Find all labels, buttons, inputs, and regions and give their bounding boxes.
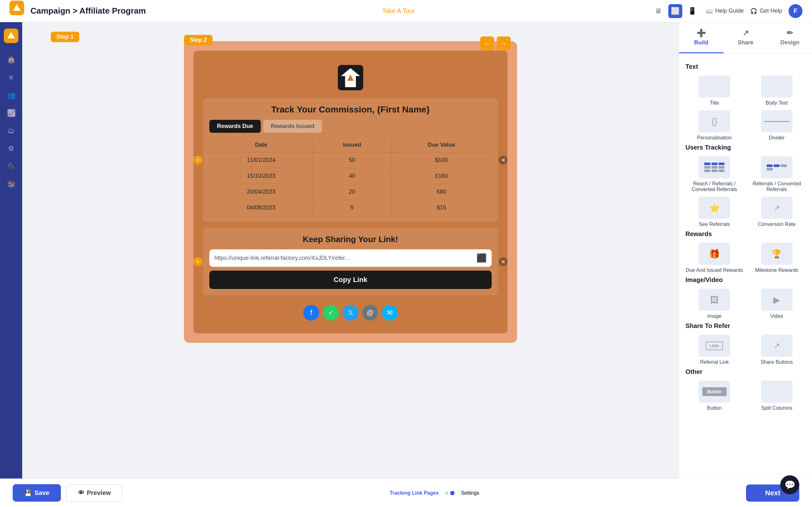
sidebar-item-layers[interactable]: 🗂 <box>4 124 18 138</box>
email-share-button[interactable]: @ <box>362 305 378 321</box>
right-panel: ➕ Build ↗ Share ✏ Design Text <box>679 22 812 478</box>
section-remove-sharing-button[interactable]: ✕ <box>499 257 507 266</box>
divider-icon-preview <box>761 110 793 132</box>
table-row: 04/08/20235$15 <box>209 200 492 216</box>
settings-link[interactable]: Settings <box>461 490 479 496</box>
nav-arrows: ← → <box>480 37 511 50</box>
panel-item-share-buttons[interactable]: ↗ Share Buttons <box>748 335 806 365</box>
panel-item-split-columns[interactable]: Split Columns <box>748 381 806 411</box>
keep-sharing-title: Keep Sharing Your Link! <box>209 234 492 244</box>
chat-bubble-button[interactable]: 💬 <box>780 475 799 494</box>
panel-item-due-issued-rewards[interactable]: 🎁 Due And Issued Rewards <box>686 243 744 273</box>
sidebar-item-chart[interactable]: 📈 <box>4 106 18 120</box>
panel-item-referral-link[interactable]: LINK Referral Link <box>686 335 744 365</box>
tab-build[interactable]: ➕ Build <box>679 22 723 53</box>
tab-share-label: Share <box>738 39 753 46</box>
share-buttons-item-label: Share Buttons <box>761 359 793 365</box>
referrals-converted-item-label: Referrals / Converted Referrals <box>748 181 806 192</box>
rewards-tabs: Rewards Due Rewards Issued <box>209 120 492 133</box>
section-add-top-button[interactable]: + <box>194 156 202 164</box>
rewards-due-tab[interactable]: Rewards Due <box>209 120 261 133</box>
main-layout: 🏠 ≡ 👥 📈 🗂 ⚙ 🔌 📚 Step 1 Step 2 ← → <box>0 22 812 478</box>
panel-item-body-text[interactable]: Body Text <box>748 75 806 106</box>
build-icon: ➕ <box>697 29 706 38</box>
facebook-share-button[interactable]: f <box>303 305 319 321</box>
image-icon-preview: 🖼 <box>699 289 730 311</box>
link-url-text: https://unique-link.referral-factory.com… <box>214 255 473 262</box>
panel-item-reach-referrals[interactable]: Reach / Referrals / Converted Referrals <box>686 156 744 192</box>
panel-content: Text Title <box>679 54 812 420</box>
sidebar-item-analytics[interactable]: ≡ <box>4 70 18 85</box>
users-tracking-grid: Reach / Referrals / Converted Referrals … <box>686 156 806 227</box>
personalisation-icon-preview: {} <box>699 110 730 132</box>
share-icon: ↗ <box>743 29 749 38</box>
body-text-item-label: Body Text <box>766 100 788 106</box>
messenger-share-button[interactable]: ✉ <box>382 305 398 321</box>
panel-item-divider[interactable]: Divider <box>748 110 806 141</box>
dot-1 <box>445 492 448 495</box>
twitter-share-button[interactable]: 𝕏 <box>343 305 358 321</box>
sidebar-item-users[interactable]: 👥 <box>4 88 18 103</box>
mobile-icon[interactable]: 📱 <box>686 4 699 18</box>
tab-share[interactable]: ↗ Share <box>723 22 768 53</box>
panel-item-button[interactable]: Button Button <box>686 381 744 411</box>
center-content: Step 1 Step 2 ← → <box>22 22 679 478</box>
share-to-refer-section-title: Share To Refer <box>686 322 806 330</box>
other-section-title: Other <box>686 368 806 376</box>
panel-item-title[interactable]: Title <box>686 75 744 106</box>
rewards-issued-tab[interactable]: Rewards Issued <box>263 120 322 133</box>
footer-dots <box>445 491 455 495</box>
left-sidebar: 🏠 ≡ 👥 📈 🗂 ⚙ 🔌 📚 <box>0 22 22 478</box>
tab-design[interactable]: ✏ Design <box>768 22 812 53</box>
panel-item-conversion-rate[interactable]: ↗ Conversion Rate <box>748 197 806 227</box>
section-remove-top-button[interactable]: ✕ <box>499 156 507 164</box>
preview-button[interactable]: 👁 Preview <box>66 484 123 502</box>
table-cell: 20 <box>313 184 391 200</box>
table-cell: 5 <box>313 200 391 216</box>
link-container: https://unique-link.referral-factory.com… <box>209 249 492 267</box>
svg-marker-0 <box>13 4 20 11</box>
desktop-icon[interactable]: 🖥 <box>651 4 665 18</box>
nav-next-button[interactable]: → <box>497 37 511 50</box>
rewards-grid: 🎁 Due And Issued Rewards 🏆 Milestone Rew… <box>686 243 806 273</box>
track-commission-section: + ✕ Track Your Commission, {First Name} … <box>203 98 498 222</box>
panel-tabs: ➕ Build ↗ Share ✏ Design <box>679 22 812 54</box>
sidebar-logo <box>4 29 18 43</box>
col-due-value-header: Due Value <box>391 138 492 153</box>
section-add-sharing-button[interactable]: + <box>194 257 202 266</box>
nav-prev-button[interactable]: ← <box>480 37 494 50</box>
svg-marker-1 <box>7 32 15 38</box>
col-date-header: Date <box>209 138 313 153</box>
due-issued-rewards-icon-preview: 🎁 <box>699 243 730 265</box>
panel-item-referrals-converted[interactable]: Referrals / Converted Referrals <box>748 156 806 192</box>
panel-item-video[interactable]: ▶ Video <box>748 289 806 319</box>
panel-item-personalisation[interactable]: {} Personalisation <box>686 110 744 141</box>
header-center: Take A Tour <box>152 7 645 14</box>
copy-link-button[interactable]: Copy Link <box>209 271 492 289</box>
sidebar-item-integrations[interactable]: 🔌 <box>4 159 18 174</box>
personalisation-item-label: Personalisation <box>697 135 732 141</box>
reach-referrals-item-label: Reach / Referrals / Converted Referrals <box>686 181 744 192</box>
save-button[interactable]: 💾 Save <box>13 484 61 502</box>
table-cell: 11/01/2024 <box>209 153 313 168</box>
take-a-tour-link[interactable]: Take A Tour <box>382 7 415 14</box>
campaign-card: + ✕ Track Your Commission, {First Name} … <box>194 51 507 333</box>
milestone-rewards-icon-preview: 🏆 <box>761 243 793 265</box>
sidebar-item-home[interactable]: 🏠 <box>4 53 18 67</box>
user-avatar[interactable]: F <box>789 4 803 18</box>
tablet-icon[interactable]: ⬜ <box>668 4 682 18</box>
panel-item-image[interactable]: 🖼 Image <box>686 289 744 319</box>
help-guide-button[interactable]: 📖 Help Guide <box>706 8 744 14</box>
panel-item-milestone-rewards[interactable]: 🏆 Milestone Rewards <box>748 243 806 273</box>
sidebar-item-docs[interactable]: 📚 <box>4 177 18 191</box>
panel-item-see-referrals[interactable]: ⭐ See Referrals <box>686 197 744 227</box>
sidebar-item-settings[interactable]: ⚙ <box>4 141 18 156</box>
tracking-link-pages-link[interactable]: Tracking Link Pages <box>390 490 439 496</box>
page-title: Campaign > Affiliate Program <box>31 6 146 16</box>
body-text-icon-preview <box>761 75 793 98</box>
text-section-title: Text <box>686 63 806 70</box>
get-help-button[interactable]: 🎧 Get Help <box>750 8 782 14</box>
app-logo <box>9 1 24 15</box>
due-issued-rewards-item-label: Due And Issued Rewards <box>686 268 743 273</box>
whatsapp-share-button[interactable]: ✓ <box>323 305 339 321</box>
